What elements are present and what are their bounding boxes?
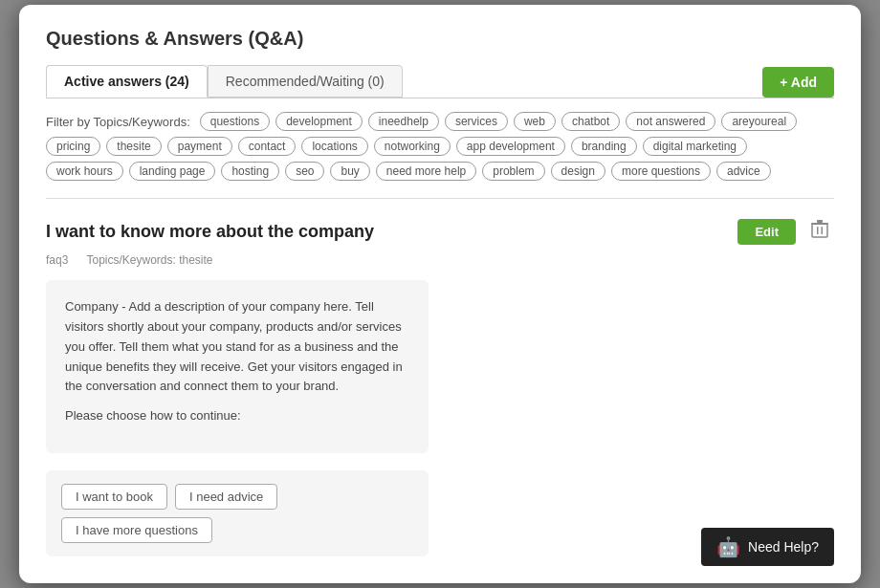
qa-body-text: Company - Add a description of your comp…: [65, 297, 409, 397]
svg-rect-4: [817, 220, 823, 223]
tag-development[interactable]: development: [275, 112, 363, 131]
need-help-button[interactable]: 🤖 Need Help?: [701, 528, 834, 566]
tag-chatbot[interactable]: chatbot: [561, 112, 620, 131]
tag-contact[interactable]: contact: [238, 137, 297, 156]
tag-app-development[interactable]: app development: [456, 137, 565, 156]
tag-not-answered[interactable]: not answered: [626, 112, 715, 131]
tag-digital-marketing[interactable]: digital marketing: [643, 137, 747, 156]
main-window: Questions & Answers (Q&A) Active answers…: [19, 5, 861, 583]
tag-problem[interactable]: problem: [482, 162, 544, 181]
qa-options: I want to book I need advice I have more…: [46, 470, 429, 556]
tag-branding[interactable]: branding: [571, 137, 637, 156]
qa-meta-keywords: Topics/Keywords: thesite: [86, 253, 212, 267]
tag-questions[interactable]: questions: [200, 112, 270, 131]
qa-header: I want to know more about the company Ed…: [46, 216, 834, 248]
tag-need-more-help[interactable]: need more help: [376, 162, 476, 181]
divider: [46, 198, 834, 199]
tag-more-questions[interactable]: more questions: [611, 162, 711, 181]
qa-meta: faq3 Topics/Keywords: thesite: [46, 253, 834, 267]
tag-pricing[interactable]: pricing: [46, 137, 100, 156]
tag-thesite[interactable]: thesite: [106, 137, 161, 156]
tag-ineedhelp[interactable]: ineedhelp: [368, 112, 439, 131]
trash-icon: [811, 220, 828, 239]
tag-notworking[interactable]: notworking: [374, 137, 451, 156]
tag-advice[interactable]: advice: [716, 162, 771, 181]
tag-services[interactable]: services: [445, 112, 508, 131]
edit-button[interactable]: Edit: [737, 219, 796, 245]
tag-design[interactable]: design: [551, 162, 605, 181]
option-advice[interactable]: I need advice: [175, 484, 277, 510]
filter-row-2: pricing thesite payment contact location…: [46, 137, 834, 156]
qa-card: I want to know more about the company Ed…: [46, 216, 834, 556]
tag-landing-page[interactable]: landing page: [129, 162, 216, 181]
qa-title: I want to know more about the company: [46, 222, 737, 242]
tab-recommended-waiting[interactable]: Recommended/Waiting (0): [208, 65, 403, 98]
qa-body-continue: Please choose how to continue:: [65, 406, 409, 426]
qa-body: Company - Add a description of your comp…: [46, 280, 429, 453]
tag-areyoureal[interactable]: areyoureal: [721, 112, 797, 131]
svg-rect-0: [812, 224, 827, 237]
filter-label: Filter by Topics/Keywords:: [46, 115, 190, 129]
tag-seo[interactable]: seo: [285, 162, 324, 181]
tag-locations[interactable]: locations: [301, 137, 367, 156]
add-button[interactable]: + Add: [762, 67, 834, 98]
tag-buy[interactable]: buy: [330, 162, 369, 181]
filter-row-3: work hours landing page hosting seo buy …: [46, 162, 834, 181]
svg-rect-3: [811, 223, 828, 225]
option-more-questions[interactable]: I have more questions: [61, 517, 212, 543]
delete-button[interactable]: [805, 216, 834, 248]
page-title: Questions & Answers (Q&A): [46, 28, 834, 50]
option-book[interactable]: I want to book: [61, 484, 167, 510]
qa-meta-id: faq3: [46, 253, 68, 267]
svg-rect-2: [822, 227, 824, 234]
tab-active-answers[interactable]: Active answers (24): [46, 65, 208, 98]
filter-row: Filter by Topics/Keywords: questions dev…: [46, 112, 834, 131]
tag-hosting[interactable]: hosting: [221, 162, 279, 181]
tag-web[interactable]: web: [514, 112, 556, 131]
tag-payment[interactable]: payment: [167, 137, 232, 156]
tag-work-hours[interactable]: work hours: [46, 162, 123, 181]
svg-rect-1: [817, 227, 819, 234]
need-help-icon: 🤖: [716, 535, 740, 558]
tabs-row: Active answers (24) Recommended/Waiting …: [46, 65, 834, 98]
need-help-label: Need Help?: [748, 539, 819, 555]
